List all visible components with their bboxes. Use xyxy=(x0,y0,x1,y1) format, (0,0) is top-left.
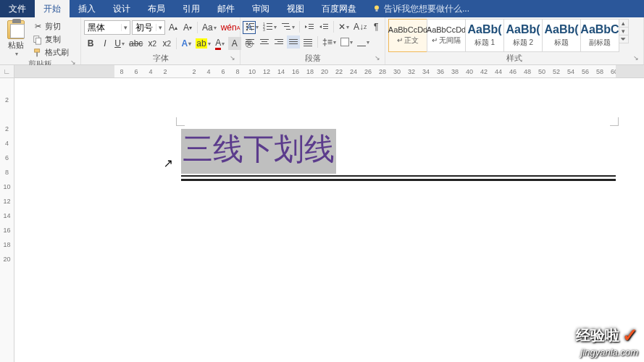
chevron-down-icon[interactable]: ▾ xyxy=(121,24,130,31)
svg-rect-13 xyxy=(267,23,272,24)
tab-file[interactable]: 文件 xyxy=(0,0,35,17)
svg-point-10 xyxy=(246,29,248,30)
style-title[interactable]: AaBb( 标题 xyxy=(542,19,581,52)
distribute-button[interactable] xyxy=(301,35,314,49)
ribbon: 粘贴 ▾ ✂ 剪切 复制 格式刷 xyxy=(0,17,644,65)
grow-font-button[interactable]: A▴ xyxy=(167,21,180,34)
document-area[interactable]: 三线下划线 ↖ xyxy=(14,78,644,362)
dialog-launcher-icon[interactable]: ↘ xyxy=(633,53,639,63)
horizontal-ruler[interactable]: 8642246810121416182022242628303234363840… xyxy=(14,65,644,78)
copy-icon xyxy=(33,35,43,45)
ruler-tick: 30 xyxy=(390,68,404,75)
change-case-button[interactable]: Aa▾ xyxy=(201,21,218,34)
italic-button[interactable]: I xyxy=(99,37,112,50)
tab-baidu[interactable]: 百度网盘 xyxy=(313,0,365,17)
underline-button[interactable]: U▾ xyxy=(113,37,126,50)
svg-point-0 xyxy=(375,6,379,10)
vertical-ruler[interactable]: 22468101214161820 xyxy=(0,78,14,362)
tab-mailings[interactable]: 邮件 xyxy=(209,0,243,17)
phonetic-guide-button[interactable]: wénA xyxy=(219,21,242,34)
tab-insert[interactable]: 插入 xyxy=(70,0,104,17)
shading-button[interactable]: ▾ xyxy=(339,35,354,49)
highlight-button[interactable]: ab▾ xyxy=(194,37,212,50)
text-block[interactable]: 三线下划线 xyxy=(181,129,616,181)
tab-design[interactable]: 设计 xyxy=(104,0,139,17)
svg-rect-33 xyxy=(275,39,283,40)
style-heading-1[interactable]: AaBb( 标题 1 xyxy=(465,19,504,52)
gallery-up-button[interactable]: ▴ xyxy=(619,20,628,27)
borders-button[interactable]: ▾ xyxy=(356,35,371,49)
svg-rect-31 xyxy=(262,41,267,42)
dialog-launcher-icon[interactable]: ↘ xyxy=(230,53,235,63)
style-normal[interactable]: AaBbCcDd ↵ 正文 xyxy=(388,19,427,52)
tab-references[interactable]: 引用 xyxy=(174,0,209,17)
decrease-indent-button[interactable] xyxy=(303,20,316,33)
char-shading-button[interactable]: A xyxy=(228,37,241,50)
ruler-tick: 6 xyxy=(129,68,143,75)
font-size-input[interactable] xyxy=(133,22,156,33)
gallery-more-button[interactable]: ⏷ xyxy=(619,35,628,43)
style-preview: AaBb( xyxy=(467,23,501,36)
style-heading-2[interactable]: AaBb( 标题 2 xyxy=(503,19,543,52)
tab-review[interactable]: 审阅 xyxy=(243,0,278,17)
paste-label: 粘贴 xyxy=(8,40,24,51)
copy-button[interactable]: 复制 xyxy=(30,33,71,46)
svg-rect-23 xyxy=(309,28,314,29)
group-paragraph: ▾ 123▾ ▾ ✕▾ xyxy=(241,17,385,64)
ruler-tick: 2 xyxy=(5,122,9,136)
ruler-tick: 22 xyxy=(332,68,346,75)
ruler-tick: 2 xyxy=(5,93,9,107)
cursor-icon: ↖ xyxy=(164,156,173,170)
multilevel-list-button[interactable]: ▾ xyxy=(280,20,296,33)
shrink-font-button[interactable]: A▾ xyxy=(181,21,194,34)
align-center-button[interactable] xyxy=(258,35,271,49)
tab-home[interactable]: 开始 xyxy=(35,0,70,17)
tab-layout[interactable]: 布局 xyxy=(139,0,174,17)
ruler-tick: 50 xyxy=(535,68,549,75)
asian-layout-button[interactable]: ✕▾ xyxy=(337,20,351,33)
svg-rect-36 xyxy=(289,39,298,40)
bold-button[interactable]: B xyxy=(84,37,97,50)
cut-button[interactable]: ✂ 剪切 xyxy=(30,20,71,33)
svg-rect-25 xyxy=(323,26,328,27)
tell-me-search[interactable]: 告诉我您想要做什么... xyxy=(365,0,477,17)
sort-button[interactable]: A↓Z xyxy=(352,20,368,33)
tab-view[interactable]: 视图 xyxy=(278,0,313,17)
font-color-button[interactable]: A▾ xyxy=(214,37,227,50)
format-painter-button[interactable]: 格式刷 xyxy=(30,46,71,59)
show-marks-button[interactable]: ¶ xyxy=(369,20,382,33)
paste-button[interactable]: 粘贴 ▾ xyxy=(3,19,29,57)
svg-rect-26 xyxy=(323,28,328,29)
style-name: ↵ 无间隔 xyxy=(432,35,461,46)
dialog-launcher-icon[interactable]: ↘ xyxy=(375,53,380,63)
ruler-tick: 38 xyxy=(448,68,462,75)
ruler-tick: 44 xyxy=(491,68,506,75)
justify-button[interactable] xyxy=(287,35,300,49)
style-subtitle[interactable]: AaBbC 副标题 xyxy=(580,19,619,52)
svg-rect-38 xyxy=(289,43,298,44)
text-effects-button[interactable]: A▾ xyxy=(180,37,193,50)
superscript-button[interactable]: x2 xyxy=(160,37,173,50)
selected-text[interactable]: 三线下划线 xyxy=(181,129,336,174)
increase-indent-button[interactable] xyxy=(317,20,330,33)
align-right-button[interactable] xyxy=(272,35,285,49)
ruler-tick: 28 xyxy=(375,68,390,75)
bullets-button[interactable]: ▾ xyxy=(243,20,260,33)
font-name-input[interactable] xyxy=(85,22,121,33)
ruler-tick: 6 xyxy=(216,68,230,75)
font-size-combo[interactable]: ▾ xyxy=(132,20,165,35)
font-name-combo[interactable]: ▾ xyxy=(84,20,130,35)
subscript-button[interactable]: x2 xyxy=(146,37,159,50)
svg-rect-27 xyxy=(246,39,254,40)
strikethrough-button[interactable]: abc xyxy=(127,37,144,50)
svg-rect-5 xyxy=(36,52,38,56)
align-left-button[interactable] xyxy=(243,35,256,49)
svg-rect-9 xyxy=(249,26,254,27)
style-name: 副标题 xyxy=(589,38,611,48)
style-no-spacing[interactable]: AaBbCcDd ↵ 无间隔 xyxy=(427,19,466,52)
chevron-down-icon[interactable]: ▾ xyxy=(156,24,164,31)
numbering-button[interactable]: 123▾ xyxy=(262,20,278,33)
line-spacing-button[interactable]: ‡≡▾ xyxy=(321,35,338,49)
gallery-down-button[interactable]: ▾ xyxy=(619,27,628,35)
title-text[interactable]: 三线下划线 xyxy=(183,132,335,166)
